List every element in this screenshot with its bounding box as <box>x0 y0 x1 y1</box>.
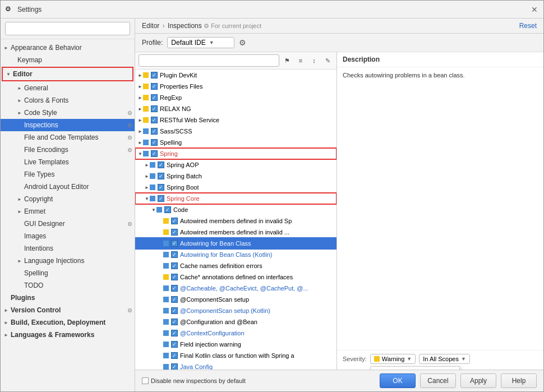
sidebar-item-keymap[interactable]: Keymap <box>1 54 135 66</box>
insp-item-propfiles[interactable]: ✓ Properties Files <box>135 81 336 92</box>
insp-item-springaop[interactable]: ✓ Spring AOP <box>135 159 336 170</box>
insp-item-plugindevkit[interactable]: ✓ Plugin DevKit <box>135 70 336 81</box>
insp-check-fieldinjection[interactable]: ✓ <box>171 341 178 348</box>
insp-item-cache-annotations[interactable]: ✓ Cache* annotations defined on interfac… <box>135 271 336 283</box>
close-button[interactable]: ✕ <box>530 5 539 14</box>
insp-item-relaxng[interactable]: ✓ RELAX NG <box>135 103 336 114</box>
insp-check-restful[interactable]: ✓ <box>151 117 158 123</box>
sidebar-item-languages[interactable]: Languages & Frameworks <box>1 329 135 341</box>
sidebar-item-plugins[interactable]: Plugins <box>1 292 135 304</box>
insp-check-javaconfig[interactable]: ✓ <box>171 363 178 370</box>
insp-check-plugindevkit[interactable]: ✓ <box>151 72 158 79</box>
insp-check-autowire-bean-kotlin[interactable]: ✓ <box>171 251 178 258</box>
sidebar-item-appearance[interactable]: Appearance & Behavior <box>1 41 135 54</box>
insp-item-config-bean[interactable]: ✓ @Configuration and @Bean <box>135 316 336 328</box>
sidebar-item-langinjections[interactable]: Language Injections <box>1 255 135 267</box>
insp-item-springcore[interactable]: ✓ Spring Core <box>135 193 336 204</box>
insp-item-springbatch[interactable]: ✓ Spring Batch <box>135 170 336 182</box>
insp-item-sass[interactable]: ✓ Sass/SCSS <box>135 126 336 137</box>
sidebar-item-editor[interactable]: Editor <box>3 68 132 80</box>
insp-check-cache-annotations[interactable]: ✓ <box>171 274 178 280</box>
sidebar-item-livetemplates[interactable]: Live Templates <box>1 156 135 168</box>
sidebar-item-filetypes[interactable]: File Types <box>1 168 135 181</box>
insp-arrow-restful <box>137 118 143 123</box>
insp-item-restful[interactable]: ✓ RESTful Web Service <box>135 114 336 126</box>
insp-check-contextconfig[interactable]: ✓ <box>171 330 178 336</box>
sidebar-item-versioncontrol[interactable]: Version Control ⚙ <box>1 304 135 316</box>
insp-item-springboot[interactable]: ✓ Spring Boot <box>135 182 336 193</box>
apply-button[interactable]: Apply <box>460 373 496 388</box>
sidebar-item-images[interactable]: Images <box>1 230 135 242</box>
insp-item-autowire-bean-kotlin[interactable]: ✓ Autowiring for Bean Class (Kotlin) <box>135 249 336 260</box>
insp-item-spelling[interactable]: ✓ Spelling <box>135 137 336 148</box>
severity-dropdown[interactable]: Warning ▼ <box>370 354 416 364</box>
insp-check-spring[interactable]: ✓ <box>151 150 158 157</box>
sidebar-item-intentions[interactable]: Intentions <box>1 242 135 255</box>
insp-check-springbatch[interactable]: ✓ <box>158 173 164 179</box>
insp-item-autowire-bean[interactable]: ✓ Autowiring for Bean Class <box>135 238 336 249</box>
versioncontrol-gear-icon: ⚙ <box>127 307 132 313</box>
insp-item-cachenames[interactable]: ✓ Cache names definition errors <box>135 260 336 271</box>
insp-check-sass[interactable]: ✓ <box>151 128 158 135</box>
insp-item-componentscan-kotlin[interactable]: ✓ @ComponentScan setup (Kotlin) <box>135 305 336 316</box>
ok-button[interactable]: OK <box>380 373 416 388</box>
insp-item-javaconfig[interactable]: ✓ Java Config <box>135 361 336 370</box>
sidebar-item-todo[interactable]: TODO <box>1 279 135 292</box>
sidebar-item-inspections[interactable]: Inspections ⚙ <box>1 119 135 131</box>
insp-item-spring[interactable]: ✓ Spring <box>135 148 336 159</box>
cancel-button[interactable]: Cancel <box>420 373 456 388</box>
insp-check-autowire-bean[interactable]: ✓ <box>171 240 178 247</box>
insp-check-autowire2[interactable]: ✓ <box>171 229 178 236</box>
insp-check-cacheable[interactable]: ✓ <box>171 285 178 292</box>
profile-dropdown[interactable]: Default IDE ▼ <box>167 37 234 48</box>
insp-check-regexp[interactable]: ✓ <box>151 94 158 101</box>
insp-check-config-bean[interactable]: ✓ <box>171 319 178 325</box>
sidebar-item-filetemplates[interactable]: File and Code Templates ⚙ <box>1 131 135 144</box>
insp-check-componentscan-kotlin[interactable]: ✓ <box>171 307 178 314</box>
insp-check-final-kotlin[interactable]: ✓ <box>171 352 178 359</box>
help-button[interactable]: Help <box>501 373 537 388</box>
sidebar-label-spelling: Spelling <box>24 269 48 277</box>
sev-item-error[interactable]: Error <box>371 368 459 370</box>
insp-check-springboot[interactable]: ✓ <box>158 184 164 191</box>
edit-button[interactable]: ✎ <box>322 55 333 66</box>
insp-check-code[interactable]: ✓ <box>164 206 171 213</box>
insp-check-spelling[interactable]: ✓ <box>151 139 158 146</box>
scope-dropdown[interactable]: In All Scopes ▼ <box>419 354 470 364</box>
insp-check-componentscan[interactable]: ✓ <box>171 296 178 303</box>
disable-inspections-checkbox[interactable] <box>142 377 149 384</box>
sidebar-item-emmet[interactable]: Emmet <box>1 205 135 218</box>
profile-label: Profile: <box>142 39 163 47</box>
sidebar-item-general[interactable]: General <box>1 82 135 94</box>
insp-item-componentscan[interactable]: ✓ @ComponentScan setup <box>135 294 336 305</box>
sidebar-item-spelling[interactable]: Spelling <box>1 267 135 279</box>
insp-item-autowire1[interactable]: ✓ Autowired members defined in invalid S… <box>135 215 336 227</box>
filter-button[interactable]: ⚑ <box>282 55 293 66</box>
sidebar-item-colors[interactable]: Colors & Fonts <box>1 94 135 107</box>
sidebar-item-codestyle[interactable]: Code Style ⚙ <box>1 107 135 119</box>
insp-item-regexp[interactable]: ✓ RegExp <box>135 92 336 103</box>
inspections-search-input[interactable] <box>139 54 279 67</box>
insp-item-autowire2[interactable]: ✓ Autowired members defined in invalid .… <box>135 227 336 238</box>
sidebar-item-guidesigner[interactable]: GUI Designer ⚙ <box>1 218 135 230</box>
sidebar-item-android[interactable]: Android Layout Editor <box>1 181 135 193</box>
reset-button[interactable]: Reset <box>519 22 537 30</box>
insp-item-cacheable[interactable]: ✓ @Cacheable, @CacheEvict, @CachePut, @.… <box>135 283 336 294</box>
sidebar-item-fileencodings[interactable]: File Encodings ⚙ <box>1 144 135 156</box>
sort-button[interactable]: ↕ <box>308 55 320 66</box>
insp-check-autowire1[interactable]: ✓ <box>171 218 178 224</box>
sidebar-item-build[interactable]: Build, Execution, Deployment <box>1 316 135 329</box>
profile-gear-icon[interactable]: ⚙ <box>239 38 246 47</box>
insp-check-propfiles[interactable]: ✓ <box>151 83 158 90</box>
insp-check-relaxng[interactable]: ✓ <box>151 105 158 112</box>
expand-button[interactable]: ≡ <box>295 55 306 66</box>
sidebar-search-input[interactable] <box>5 22 130 35</box>
sidebar-item-copyright[interactable]: Copyright <box>1 193 135 205</box>
insp-item-code[interactable]: ✓ Code <box>135 204 336 215</box>
insp-item-contextconfig[interactable]: ✓ @ContextConfiguration <box>135 328 336 339</box>
insp-item-fieldinjection[interactable]: ✓ Field injection warning <box>135 339 336 350</box>
insp-item-final-kotlin[interactable]: ✓ Final Kotlin class or function with Sp… <box>135 350 336 361</box>
insp-check-cachenames[interactable]: ✓ <box>171 262 178 269</box>
insp-check-springcore[interactable]: ✓ <box>158 195 164 202</box>
insp-check-springaop[interactable]: ✓ <box>158 162 164 168</box>
